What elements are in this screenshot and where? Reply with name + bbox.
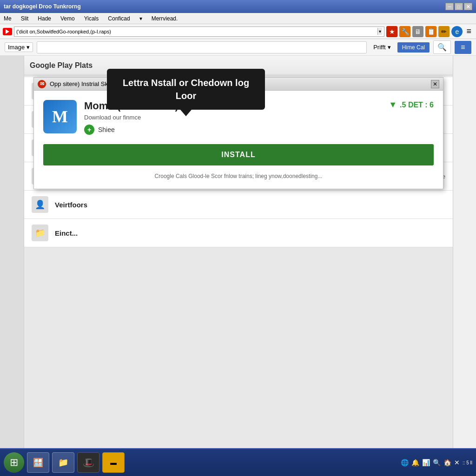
address-input[interactable] bbox=[16, 29, 377, 34]
app-share-row: + Shiee bbox=[84, 125, 381, 135]
rating-value: .5 DET : 6 bbox=[400, 101, 434, 109]
taskbar-app-yellow[interactable]: ▬ bbox=[102, 452, 125, 473]
menu-slit[interactable]: Slit bbox=[19, 14, 31, 23]
window-title: tar dogkogel Droo Tunkrorng bbox=[4, 3, 81, 10]
list-item-label: Veirtfoors bbox=[55, 201, 445, 209]
taskbar-app-folder[interactable]: 📁 bbox=[52, 452, 74, 473]
share-label: Shiee bbox=[98, 126, 115, 133]
menu-conficad-arrow[interactable]: ▾ bbox=[138, 14, 144, 23]
toolbar-icon-1[interactable]: ★ bbox=[386, 26, 397, 37]
close-window-button[interactable]: ✕ bbox=[464, 3, 472, 10]
app-icon-letter: M bbox=[52, 107, 68, 126]
image-dropdown-arrow: ▾ bbox=[26, 44, 30, 51]
youtube-icon bbox=[3, 28, 12, 35]
toolbar-icons: ★ 🔧 🖥 📋 ✏ e ≡ bbox=[386, 26, 473, 37]
dialog-footer-text: Croogle Cals Glood-le Scor fnlow trains;… bbox=[43, 173, 434, 179]
dialog-title-text: Opp sitere) Instrial Skil bbox=[50, 80, 111, 87]
toolbar-menu-btn[interactable]: ≡ bbox=[464, 26, 473, 36]
tray-icon-globe[interactable]: 🌐 bbox=[401, 459, 409, 466]
toolbar-icon-ie[interactable]: e bbox=[451, 26, 463, 37]
app-rating: ▼ .5 DET : 6 bbox=[389, 100, 434, 110]
nav-bar: Image ▾ Prifft ▾ Hime Cal 🔍 ≡ bbox=[0, 39, 476, 56]
start-button[interactable]: ⊞ bbox=[4, 452, 24, 473]
address-input-container: ▾ bbox=[14, 26, 384, 37]
toolbar-icon-2[interactable]: 🔧 bbox=[399, 26, 410, 37]
prifft-label: Prifft bbox=[373, 44, 386, 51]
title-bar-controls: ─ □ ✕ bbox=[445, 3, 472, 10]
toolbar-icon-3[interactable]: 🖥 bbox=[412, 26, 423, 37]
menu-conficad[interactable]: Conficad bbox=[106, 14, 132, 23]
list-item[interactable]: 👤 Veirtfoors bbox=[24, 191, 453, 219]
grid-menu-button[interactable]: ≡ bbox=[455, 41, 471, 54]
menu-me[interactable]: Me bbox=[2, 14, 13, 23]
maximize-button[interactable]: □ bbox=[455, 3, 463, 10]
list-item-label: Einct... bbox=[55, 229, 445, 237]
prifft-dropdown[interactable]: Prifft ▾ bbox=[370, 43, 394, 52]
dialog-title-content: ✉ Opp sitere) Instrial Skil bbox=[38, 80, 111, 88]
tray-icon-chart[interactable]: 📊 bbox=[422, 459, 430, 466]
title-bar: tar dogkogel Droo Tunkrorng ─ □ ✕ bbox=[0, 0, 476, 13]
image-label: Image bbox=[8, 44, 25, 51]
grid-icon: ≡ bbox=[461, 43, 465, 52]
menu-hade[interactable]: Hade bbox=[36, 14, 53, 23]
right-sidebar bbox=[453, 56, 476, 448]
dialog-close-button[interactable]: ✕ bbox=[431, 80, 439, 88]
share-icon: + bbox=[84, 125, 94, 135]
search-icon: 🔍 bbox=[437, 43, 447, 51]
taskbar-right: 🌐 🔔 📊 🔍 🏠 ✕ :: 5 ll bbox=[401, 459, 472, 466]
center-content: Google Play Plats ✉ Opp sitere) Instrial… bbox=[24, 56, 453, 448]
list-item-icon: 📁 bbox=[32, 225, 48, 241]
search-icon-button[interactable]: 🔍 bbox=[433, 40, 451, 54]
address-bar: ▾ ★ 🔧 🖥 📋 ✏ e ≡ bbox=[0, 24, 476, 39]
taskbar-app-windows[interactable]: 🪟 bbox=[27, 452, 49, 473]
address-dropdown[interactable]: ▾ bbox=[377, 28, 382, 35]
install-button[interactable]: INSTALL bbox=[43, 144, 434, 165]
menu-merrviead[interactable]: Merrviead. bbox=[150, 14, 180, 23]
main-area: Google Play Plats ✉ Opp sitere) Instrial… bbox=[0, 56, 476, 448]
clock-text: :: 5 ll bbox=[463, 460, 472, 465]
start-icon: ⊞ bbox=[10, 456, 18, 469]
menu-vemo[interactable]: Vemo bbox=[59, 14, 77, 23]
hime-cal-button[interactable]: Hime Cal bbox=[397, 42, 430, 53]
menu-yicals[interactable]: Yicals bbox=[82, 14, 101, 23]
tooltip-popup: Lettra Nstall or Chedown log Loor bbox=[107, 69, 265, 110]
minimize-button[interactable]: ─ bbox=[445, 3, 454, 10]
tooltip-line1: Lettra Nstall or Chedown log bbox=[118, 76, 254, 89]
left-sidebar bbox=[0, 56, 24, 448]
rating-down-arrow: ▼ bbox=[389, 100, 397, 110]
app-desc: Download our finmce bbox=[84, 114, 381, 121]
toolbar-icon-4[interactable]: 📋 bbox=[425, 26, 436, 37]
prifft-arrow: ▾ bbox=[388, 44, 391, 51]
navbar-search-input[interactable] bbox=[37, 41, 367, 53]
toolbar-icon-5[interactable]: ✏ bbox=[438, 26, 450, 37]
dialog-app-icon: ✉ bbox=[38, 80, 46, 88]
tray-icon-search[interactable]: 🔍 bbox=[433, 459, 441, 466]
taskbar: ⊞ 🪟 📁 🎩 ▬ 🌐 🔔 📊 🔍 🏠 ✕ :: 5 ll bbox=[0, 448, 476, 476]
app-icon: M bbox=[43, 100, 77, 133]
dialog-icon-symbol: ✉ bbox=[40, 81, 44, 87]
menu-bar: Me Slit Hade Vemo Yicals Conficad ▾ Merr… bbox=[0, 13, 476, 24]
list-item[interactable]: 📁 Einct... bbox=[24, 219, 453, 247]
tooltip-line2: Loor bbox=[118, 89, 254, 102]
gplay-title: Google Play Plats bbox=[30, 61, 93, 70]
list-item-icon: 👤 bbox=[32, 196, 48, 213]
image-dropdown[interactable]: Image ▾ bbox=[5, 42, 33, 52]
taskbar-app-note[interactable]: 🎩 bbox=[77, 452, 99, 473]
tray-icon-bell[interactable]: 🔔 bbox=[411, 459, 419, 466]
clock-area: :: 5 ll bbox=[463, 460, 472, 465]
tray-icon-home[interactable]: 🏠 bbox=[443, 459, 451, 466]
tray-icon-close[interactable]: ✕ bbox=[454, 459, 460, 466]
